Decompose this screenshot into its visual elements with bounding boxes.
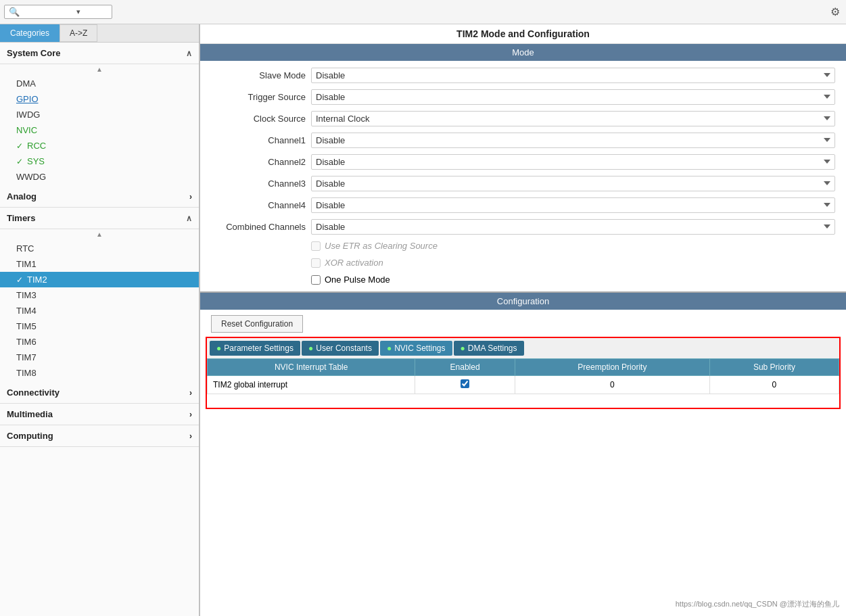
- tim7-label: TIM7: [16, 352, 37, 362]
- gpio-label: GPIO: [16, 94, 39, 104]
- one-pulse-checkbox[interactable]: [311, 275, 321, 285]
- combined-channels-select[interactable]: Disable: [311, 219, 835, 235]
- reset-config-button[interactable]: Reset Configuration: [211, 315, 303, 333]
- trigger-source-label: Trigger Source: [211, 92, 306, 102]
- search-box[interactable]: 🔍 ▾: [4, 5, 112, 19]
- nvic-col-preemption: Preemption Priority: [515, 359, 709, 376]
- sidebar-item-tim7[interactable]: TIM7: [0, 350, 199, 365]
- rtc-label: RTC: [16, 243, 34, 254]
- connectivity-label: Connectivity: [7, 387, 60, 398]
- slave-mode-select[interactable]: Disable: [311, 68, 835, 83]
- section-analog[interactable]: Analog ›: [0, 186, 199, 208]
- config-tabs-row: ● Parameter Settings ● User Constants ● …: [207, 338, 839, 358]
- sidebar-item-gpio[interactable]: GPIO: [0, 91, 199, 107]
- timers-items: RTC TIM1 ✓ TIM2 TIM3 TIM4: [0, 239, 199, 382]
- channel1-row: Channel1 Disable: [211, 131, 835, 149]
- tim1-label: TIM1: [16, 259, 37, 269]
- sidebar-item-sys[interactable]: ✓ SYS: [0, 153, 199, 169]
- channel3-select[interactable]: Disable: [311, 176, 835, 191]
- system-core-header[interactable]: System Core ∧: [0, 43, 199, 64]
- nvic-tab-label: NVIC Settings: [394, 343, 445, 353]
- tab-az[interactable]: A->Z: [60, 24, 97, 42]
- multimedia-label: Multimedia: [7, 409, 53, 419]
- analog-label: Analog: [7, 191, 37, 202]
- channel2-label: Channel2: [211, 157, 306, 167]
- wwdg-label: WWDG: [16, 172, 46, 182]
- channel3-row: Channel3 Disable: [211, 174, 835, 192]
- tim2-check-icon: ✓: [16, 275, 23, 285]
- xor-label: XOR activation: [325, 258, 383, 268]
- interrupt-enabled-checkbox[interactable]: [461, 379, 469, 388]
- sidebar-item-tim3[interactable]: TIM3: [0, 287, 199, 303]
- mode-section: Mode Slave Mode Disable Trigger Source D…: [200, 44, 846, 291]
- timers-header[interactable]: Timers ∧: [0, 208, 199, 229]
- sidebar-item-tim8[interactable]: TIM8: [0, 365, 199, 381]
- etr-label: Use ETR as Clearing Source: [325, 241, 438, 251]
- gear-icon[interactable]: ⚙: [828, 5, 842, 19]
- slave-mode-label: Slave Mode: [211, 70, 306, 80]
- trigger-source-select[interactable]: Disable: [311, 89, 835, 105]
- nvic-col-enabled: Enabled: [415, 359, 515, 376]
- mode-content: Slave Mode Disable Trigger Source Disabl…: [200, 61, 846, 291]
- watermark: https://blog.csdn.net/qq_CSDN @漂洋过海的鱼儿: [676, 599, 839, 609]
- etr-row: Use ETR as Clearing Source: [311, 239, 835, 252]
- one-pulse-label: One Pulse Mode: [325, 275, 390, 285]
- section-timers: Timers ∧ ▲ RTC TIM1 ✓ TIM2: [0, 208, 199, 382]
- top-bar: 🔍 ▾ ⚙: [0, 0, 846, 24]
- sidebar-item-rcc[interactable]: ✓ RCC: [0, 138, 199, 153]
- dma-label: DMA: [16, 78, 36, 89]
- sidebar-item-tim2[interactable]: ✓ TIM2: [0, 272, 199, 287]
- param-tab-check-icon: ●: [216, 343, 221, 353]
- tim5-label: TIM5: [16, 321, 37, 331]
- interrupt-sub: 0: [709, 376, 839, 394]
- tim4-label: TIM4: [16, 306, 37, 316]
- sidebar-item-tim5[interactable]: TIM5: [0, 318, 199, 334]
- section-multimedia[interactable]: Multimedia ›: [0, 404, 199, 425]
- clock-source-label: Clock Source: [211, 114, 306, 124]
- system-core-chevron: ∧: [186, 49, 192, 58]
- tab-parameter-settings[interactable]: ● Parameter Settings: [210, 341, 300, 356]
- sidebar-item-dma[interactable]: DMA: [0, 76, 199, 91]
- main-content: TIM2 Mode and Configuration Mode Slave M…: [200, 24, 846, 616]
- sidebar-item-rtc[interactable]: RTC: [0, 241, 199, 256]
- sys-check-icon: ✓: [16, 157, 23, 166]
- sidebar: Categories A->Z System Core ∧ ▲ DMA GPIO: [0, 24, 200, 616]
- channel1-select[interactable]: Disable: [311, 133, 835, 148]
- section-connectivity[interactable]: Connectivity ›: [0, 382, 199, 404]
- system-core-items: DMA GPIO IWDG NVIC ✓ RCC: [0, 74, 199, 186]
- dma-tab-check-icon: ●: [461, 343, 465, 353]
- xor-checkbox[interactable]: [311, 258, 321, 268]
- main-title: TIM2 Mode and Configuration: [200, 24, 846, 44]
- tab-dma-settings[interactable]: ● DMA Settings: [454, 341, 524, 356]
- sidebar-item-tim4[interactable]: TIM4: [0, 303, 199, 318]
- tim2-label: TIM2: [27, 275, 47, 285]
- tab-nvic-settings[interactable]: ● NVIC Settings: [380, 341, 452, 356]
- section-computing[interactable]: Computing ›: [0, 425, 199, 447]
- etr-checkbox[interactable]: [311, 241, 321, 251]
- sidebar-item-tim6[interactable]: TIM6: [0, 334, 199, 350]
- channel1-label: Channel1: [211, 135, 306, 145]
- interrupt-preemption: 0: [515, 376, 709, 394]
- channel2-select[interactable]: Disable: [311, 154, 835, 170]
- sidebar-item-iwdg[interactable]: IWDG: [0, 107, 199, 122]
- section-system-core: System Core ∧ ▲ DMA GPIO IWDG NVIC: [0, 43, 199, 186]
- combined-channels-row: Combined Channels Disable: [211, 218, 835, 235]
- tim3-label: TIM3: [16, 290, 37, 300]
- interrupt-enabled: [415, 376, 515, 394]
- channel2-row: Channel2 Disable: [211, 153, 835, 170]
- clock-source-select[interactable]: Internal Clock: [311, 111, 835, 126]
- analog-chevron: ›: [189, 192, 192, 202]
- nvic-col-sub: Sub Priority: [709, 359, 839, 376]
- trigger-source-row: Trigger Source Disable: [211, 88, 835, 105]
- search-dropdown-arrow[interactable]: ▾: [76, 7, 80, 16]
- tab-categories[interactable]: Categories: [0, 24, 60, 42]
- search-input[interactable]: [22, 7, 76, 17]
- dma-tab-label: DMA Settings: [468, 343, 517, 353]
- sidebar-item-tim1[interactable]: TIM1: [0, 256, 199, 272]
- timers-sort: ▲: [0, 229, 199, 239]
- channel4-select[interactable]: Disable: [311, 197, 835, 213]
- sidebar-item-nvic[interactable]: NVIC: [0, 122, 199, 138]
- sidebar-item-wwdg[interactable]: WWDG: [0, 169, 199, 185]
- nvic-padding: [207, 394, 839, 408]
- tab-user-constants[interactable]: ● User Constants: [302, 341, 379, 356]
